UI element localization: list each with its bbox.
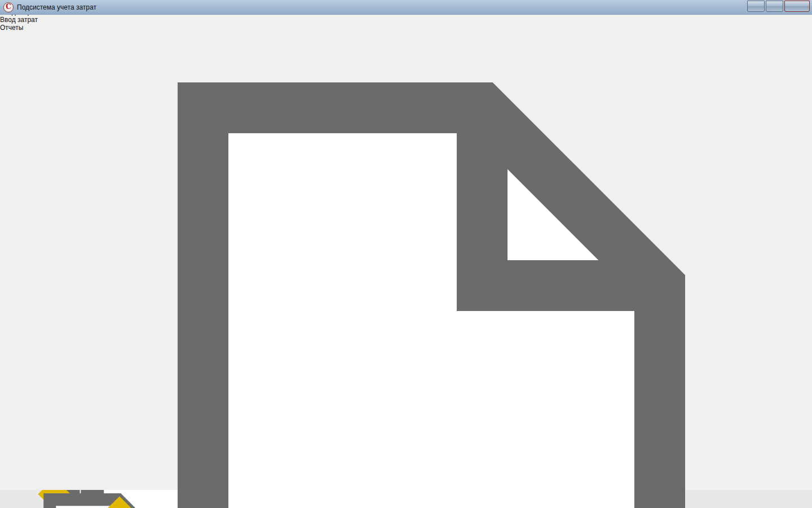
main-window: Подсистема учета затрат Система Ввод дан… (0, 0, 812, 490)
restore-button[interactable] (766, 1, 783, 12)
title-bar: Подсистема учета затрат (0, 0, 812, 15)
tab-cost-entry[interactable]: Ввод затрат (0, 16, 47, 24)
close-button[interactable] (784, 1, 810, 12)
desktop: Подсистема учета затрат Система Ввод дан… (0, 0, 812, 508)
app-icon (3, 2, 14, 12)
main-toolbar (0, 32, 812, 508)
tab-reports[interactable]: Отчеты (0, 24, 27, 32)
cost-entry-panel: Передача электроэнергии Год 2012 ▲▼ I кв… (0, 32, 812, 508)
minimize-button[interactable] (747, 1, 765, 12)
window-title: Подсистема учета затрат (17, 3, 96, 11)
